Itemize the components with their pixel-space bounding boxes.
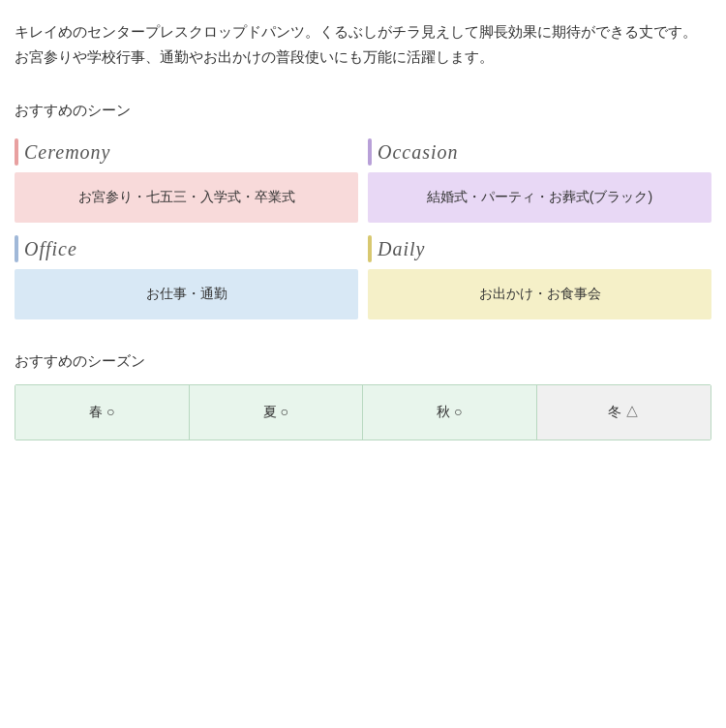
scene-label-text-occasion: Occasion bbox=[378, 136, 459, 168]
scene-card-occasion: Occasion 結婚式・パーティ・お葬式(ブラック) bbox=[368, 136, 711, 223]
scene-label-occasion: Occasion bbox=[368, 136, 711, 168]
scene-grid: Ceremony お宮参り・七五三・入学式・卒業式 Occasion 結婚式・パ… bbox=[15, 136, 711, 319]
scene-label-office: Office bbox=[15, 232, 358, 265]
season-grid: 春 ○ 夏 ○ 秋 ○ 冬 △ bbox=[15, 384, 711, 440]
scene-section-title: おすすめのシーン bbox=[15, 98, 711, 123]
scene-label-daily: Daily bbox=[368, 232, 711, 265]
scene-bar-daily bbox=[368, 235, 372, 262]
scene-content-office: お仕事・通勤 bbox=[15, 269, 358, 319]
description-text: キレイめのセンタープレスクロップドパンツ。くるぶしがチラ見えして脚長効果に期待が… bbox=[15, 19, 711, 71]
scene-bar-office bbox=[15, 235, 18, 262]
season-summer: 夏 ○ bbox=[190, 385, 364, 440]
scene-label-text-daily: Daily bbox=[378, 232, 425, 265]
scene-card-office: Office お仕事・通勤 bbox=[15, 232, 358, 319]
scene-card-ceremony: Ceremony お宮参り・七五三・入学式・卒業式 bbox=[15, 136, 358, 223]
season-spring: 春 ○ bbox=[15, 385, 190, 440]
scene-label-ceremony: Ceremony bbox=[15, 136, 358, 168]
scene-card-daily: Daily お出かけ・お食事会 bbox=[368, 232, 711, 319]
scene-content-ceremony: お宮参り・七五三・入学式・卒業式 bbox=[15, 172, 358, 223]
season-section-title: おすすめのシーズン bbox=[15, 349, 711, 374]
scene-bar-occasion bbox=[368, 138, 372, 166]
scene-label-text-ceremony: Ceremony bbox=[24, 136, 110, 168]
scene-content-daily: お出かけ・お食事会 bbox=[368, 269, 711, 319]
season-winter: 冬 △ bbox=[537, 385, 711, 440]
scene-content-occasion: 結婚式・パーティ・お葬式(ブラック) bbox=[368, 172, 711, 223]
scene-bar-ceremony bbox=[15, 138, 18, 166]
scene-label-text-office: Office bbox=[24, 232, 77, 265]
description-block: キレイめのセンタープレスクロップドパンツ。くるぶしがチラ見えして脚長効果に期待が… bbox=[15, 19, 711, 71]
season-autumn: 秋 ○ bbox=[363, 385, 537, 440]
scene-section: おすすめのシーン Ceremony お宮参り・七五三・入学式・卒業式 Occas… bbox=[15, 98, 711, 319]
season-section: おすすめのシーズン 春 ○ 夏 ○ 秋 ○ 冬 △ bbox=[15, 349, 711, 440]
